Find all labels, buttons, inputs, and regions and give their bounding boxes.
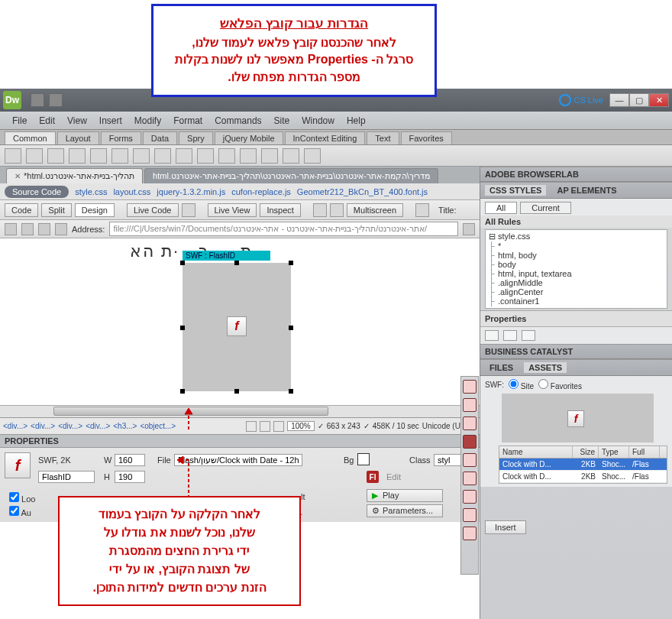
widget-icon[interactable] xyxy=(154,148,171,164)
resize-handle[interactable] xyxy=(180,326,185,330)
image-icon[interactable] xyxy=(111,148,128,164)
tag-selector[interactable]: <div...> xyxy=(31,422,55,430)
css-rules-list[interactable]: ⊟ style.css * html, body body html, inpu… xyxy=(485,229,667,309)
doc-tab-inactive[interactable]: מדריך\הקמת-אתר-אינטרנט\בניית-אתר-האינטרנ… xyxy=(144,168,438,183)
table-icon[interactable] xyxy=(69,148,86,164)
tab-data[interactable]: Data xyxy=(143,131,177,144)
tab-spry[interactable]: Spry xyxy=(179,131,213,144)
show-set-icon[interactable] xyxy=(522,330,535,341)
business-catalyst-head[interactable]: BUSINESS CATALYST xyxy=(480,344,672,359)
maximize-button[interactable]: ▢ xyxy=(629,93,649,107)
select-tool-icon[interactable] xyxy=(246,421,257,432)
loop-checkbox[interactable]: Loo xyxy=(9,492,35,504)
templates-icon[interactable] xyxy=(283,148,299,164)
source-code-pill[interactable]: Source Code xyxy=(5,186,69,198)
tag-selector[interactable]: <div...> xyxy=(58,422,82,430)
inspect-button[interactable]: Inspect xyxy=(260,203,300,217)
assets-tab[interactable]: ASSETS xyxy=(524,362,567,373)
zoom-level[interactable]: 100% xyxy=(287,421,315,431)
ssi-icon[interactable] xyxy=(197,148,214,164)
tab-layout[interactable]: Layout xyxy=(57,131,99,144)
tag-selector[interactable]: <object...> xyxy=(140,422,176,430)
horizontal-scrollbar[interactable] xyxy=(0,405,480,417)
browserlab-panel-head[interactable]: ADOBE BROWSERLAB xyxy=(480,167,672,182)
zoom-tool-icon[interactable] xyxy=(273,421,284,432)
related-file[interactable]: layout.css xyxy=(113,187,150,196)
menu-view[interactable]: View xyxy=(61,115,93,126)
tab-forms[interactable]: Forms xyxy=(101,131,141,144)
table-row[interactable]: Clock with D... 2KB Shoc... /Flas xyxy=(499,471,667,483)
doc-tab-active[interactable]: תהליך-בניית-אתר-אינטרנט.html*✕ xyxy=(6,168,143,183)
colors-category-icon[interactable] xyxy=(463,398,477,412)
tab-incontext[interactable]: InContext Editing xyxy=(285,131,366,144)
tag-selector[interactable]: <h3...> xyxy=(113,422,137,430)
hand-tool-icon[interactable] xyxy=(260,421,270,432)
extend-icon[interactable] xyxy=(49,93,63,107)
show-list-icon[interactable] xyxy=(503,330,517,341)
flash-category-icon[interactable] xyxy=(463,435,477,449)
menu-modify[interactable]: Modify xyxy=(128,115,167,126)
comment-icon[interactable] xyxy=(218,148,235,164)
resize-handle[interactable] xyxy=(234,261,239,265)
menu-format[interactable]: Format xyxy=(167,115,208,126)
scripts-category-icon[interactable] xyxy=(463,490,477,504)
menu-help[interactable]: Help xyxy=(341,115,372,126)
movies-category-icon[interactable] xyxy=(463,472,477,485)
related-file[interactable]: style.css xyxy=(75,187,107,196)
address-input[interactable]: file:///C|/Users/win7/Documents/אתר-אינט… xyxy=(109,222,458,236)
design-button[interactable]: Design xyxy=(75,203,115,217)
autoplay-checkbox[interactable]: Au xyxy=(9,506,31,517)
show-category-icon[interactable] xyxy=(485,330,499,341)
menu-file[interactable]: File xyxy=(6,115,33,126)
favorites-radio[interactable]: Favorites xyxy=(538,379,582,391)
media-icon[interactable] xyxy=(133,148,150,164)
table-row[interactable]: Clock with D... 2KB Shoc... /Flas xyxy=(499,459,667,471)
insert-button[interactable]: Insert xyxy=(485,520,526,534)
resize-handle[interactable] xyxy=(289,389,293,394)
menu-window[interactable]: Window xyxy=(296,115,341,126)
home-icon[interactable] xyxy=(55,223,67,235)
tab-jquery[interactable]: jQuery Mobile xyxy=(215,131,283,144)
layout-picker-icon[interactable] xyxy=(31,93,44,107)
script-icon[interactable] xyxy=(261,148,278,164)
library-category-icon[interactable] xyxy=(463,527,477,540)
div-icon[interactable] xyxy=(90,148,107,164)
ap-elements-tab[interactable]: AP ELEMENTS xyxy=(552,185,621,196)
split-button[interactable]: Split xyxy=(41,203,71,217)
email-icon[interactable] xyxy=(26,148,43,164)
resize-handle[interactable] xyxy=(289,326,293,330)
resize-handle[interactable] xyxy=(289,261,293,265)
forward-icon[interactable] xyxy=(21,223,34,235)
date-icon[interactable] xyxy=(176,148,192,164)
images-category-icon[interactable] xyxy=(463,380,477,394)
refresh-icon[interactable] xyxy=(330,203,344,217)
head-icon[interactable] xyxy=(240,148,257,164)
bg-color-swatch[interactable] xyxy=(357,453,370,465)
height-input[interactable] xyxy=(115,471,145,483)
id-input[interactable] xyxy=(38,471,95,483)
resize-handle[interactable] xyxy=(234,389,239,394)
close-icon[interactable]: ✕ xyxy=(15,172,21,180)
code-button[interactable]: Code xyxy=(5,203,38,217)
anchor-icon[interactable] xyxy=(47,148,64,164)
hyperlink-icon[interactable] xyxy=(5,148,21,164)
site-radio[interactable]: Site xyxy=(509,379,534,391)
tag-chooser-icon[interactable] xyxy=(304,148,321,164)
refresh-addr-icon[interactable] xyxy=(38,223,50,235)
tag-selector[interactable]: <div...> xyxy=(3,422,27,430)
menu-commands[interactable]: Commands xyxy=(208,115,267,126)
cslive-link[interactable]: CS Live xyxy=(559,94,603,106)
play-button[interactable]: Play xyxy=(367,489,443,502)
minimize-button[interactable]: — xyxy=(609,93,629,107)
tab-favorites[interactable]: Favorites xyxy=(401,131,452,144)
visual-aids-icon[interactable] xyxy=(415,203,429,217)
tab-text[interactable]: Text xyxy=(367,131,399,144)
urls-category-icon[interactable] xyxy=(463,416,477,430)
width-input[interactable] xyxy=(115,454,145,466)
liveview-button[interactable]: Live View xyxy=(208,203,257,217)
css-styles-tab[interactable]: CSS STYLES xyxy=(485,185,546,196)
shockwave-category-icon[interactable] xyxy=(463,453,477,467)
resize-handle[interactable] xyxy=(180,389,185,394)
templates-category-icon[interactable] xyxy=(463,508,477,522)
class-input[interactable] xyxy=(434,454,463,466)
